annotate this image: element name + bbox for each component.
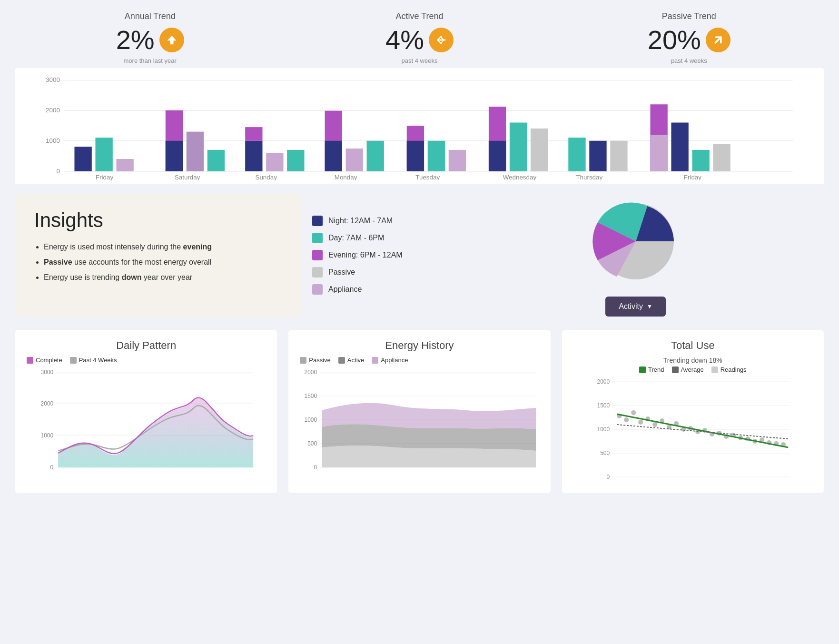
passive-trend-card: Passive Trend 20% past 4 weeks [554,11,824,64]
bar [568,138,585,171]
scatter-dot [652,422,657,427]
active-trend-pct: 4% [385,24,424,55]
insights-list: Energy is used most intensely during the… [34,239,282,285]
svg-text:500: 500 [600,450,610,456]
day-label: Day: 7AM - 6PM [328,234,384,242]
appliance-swatch [312,284,323,295]
bar [510,123,527,171]
insights-box: Insights Energy is used most intensely d… [15,194,301,317]
svg-text:1500: 1500 [305,393,317,399]
insight-2: Passive use accounts for the most energy… [44,255,282,270]
evening-label: Evening: 6PM - 12AM [328,251,403,259]
complete-swatch [27,357,33,364]
average-legend: Average [672,366,704,373]
svg-text:2000: 2000 [305,369,317,376]
bar [671,123,688,171]
svg-text:0: 0 [606,474,610,480]
bar [650,135,667,171]
active-trend-subtitle: past 4 weeks [285,57,554,64]
annual-trend-card: Annual Trend 2% more than last year [15,11,285,64]
scatter-dot [624,417,629,422]
bar [166,141,183,171]
bar-chart-section: 3000 2000 1000 0 [15,68,824,184]
legend-item-evening: Evening: 6PM - 12AM [312,250,436,260]
energy-history-title: Energy History [300,339,539,352]
readings-swatch [711,367,718,373]
evening-swatch [312,250,323,260]
bar [531,129,548,171]
dashboard: Annual Trend 2% more than last year Acti… [0,0,839,505]
active-trend-value: 4% [285,24,554,55]
passive-trend-icon [706,28,730,52]
svg-text:Tuesday: Tuesday [415,174,440,180]
daily-pattern-legend: Complete Past 4 Weeks [27,357,266,364]
svg-text:2000: 2000 [46,107,60,114]
bar [116,159,133,171]
readings-label: Readings [721,366,747,373]
svg-text:0: 0 [314,464,317,471]
bar [346,149,363,171]
active-trend-title: Active Trend [285,11,554,21]
bar [589,141,606,171]
complete-label: Complete [36,357,62,364]
svg-text:Thursday: Thursday [576,174,602,180]
insight-1: Energy is used most intensely during the… [44,239,282,255]
bar [407,141,424,171]
pie-chart-svg [588,194,683,289]
svg-text:1000: 1000 [597,426,610,433]
svg-text:Wednesday: Wednesday [503,174,537,180]
active-trend-icon [429,28,454,52]
svg-text:Saturday: Saturday [175,174,200,180]
passive-trend-title: Passive Trend [554,11,824,21]
trend-label: Trend [648,366,664,373]
right-arrow-icon [434,33,448,47]
daily-pattern-panel: Daily Pattern Complete Past 4 Weeks 3000… [15,330,277,493]
past4weeks-legend: Past 4 Weeks [70,357,117,364]
bar [610,141,627,171]
svg-text:3000: 3000 [40,369,53,376]
bar [95,138,112,171]
energy-history-chart: 2000 1500 1000 500 0 [300,367,539,472]
trend-swatch [639,367,646,373]
legend-item-day: Day: 7AM - 6PM [312,233,436,243]
total-use-chart: 2000 1500 1000 500 0 [573,377,812,482]
day-swatch [312,233,323,243]
bar [449,150,466,171]
scatter-dot [638,420,643,425]
bar [367,141,384,171]
svg-text:Friday: Friday [96,174,113,180]
passive-trend-pct: 20% [648,24,701,55]
annual-trend-pct: 2% [116,24,155,55]
annual-trend-subtitle: more than last year [15,57,285,64]
passive-label: Passive [328,268,355,277]
total-use-panel: Total Use Trending down 18% Trend Averag… [562,330,824,493]
legend-item-night: Night: 12AM - 7AM [312,216,436,226]
bar-chart-svg: 3000 2000 1000 0 [27,76,812,180]
eh-active-swatch [338,357,345,364]
night-swatch [312,216,323,226]
eh-appliance-swatch [372,357,378,364]
svg-text:Monday: Monday [335,174,357,180]
pie-section: Activity [447,194,824,317]
activity-button[interactable]: Activity [605,297,666,317]
appliance-legend: Appliance [372,357,408,364]
svg-text:1000: 1000 [40,432,53,439]
average-line [617,425,788,439]
total-use-subtitle: Trending down 18% [573,357,812,364]
passive-trend-subtitle: past 4 weeks [554,57,824,64]
up-arrow-icon [165,33,178,47]
passive-legend: Passive [300,357,331,364]
past4weeks-label: Past 4 Weeks [79,357,117,364]
average-label: Average [681,366,704,373]
svg-text:2000: 2000 [40,400,53,407]
svg-text:Friday: Friday [684,174,701,180]
night-label: Night: 12AM - 7AM [328,217,393,225]
daily-pattern-chart: 3000 2000 1000 0 [27,367,266,472]
past4weeks-swatch [70,357,77,364]
svg-text:1500: 1500 [597,402,610,409]
passive-swatch [312,267,323,277]
svg-text:500: 500 [307,440,317,447]
daily-pattern-title: Daily Pattern [27,339,266,352]
bar [713,144,730,171]
legend-item-appliance: Appliance [312,284,436,295]
